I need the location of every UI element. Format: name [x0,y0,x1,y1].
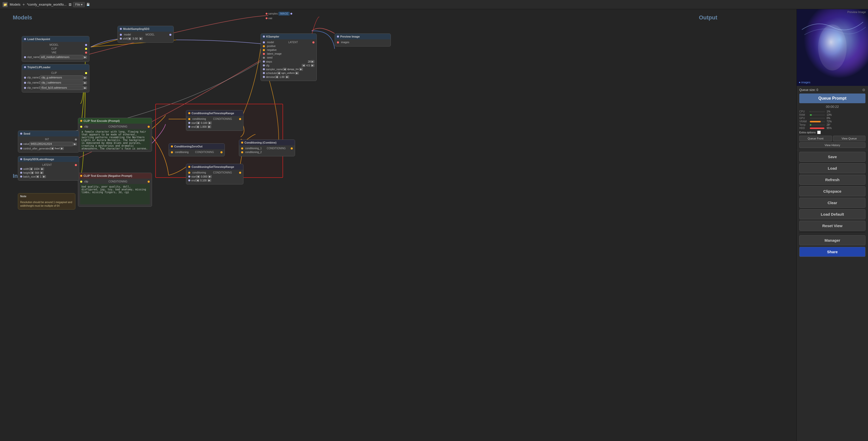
new-tab-button[interactable]: + [23,2,25,7]
queue-section: Queue size: 0 ⚙ Queue Prompt 00:00:22 CP… [797,86,868,150]
queue-prompt-button[interactable]: Queue Prompt [799,93,865,103]
cpu-bar [810,111,825,112]
seed-title: Seed [24,132,30,135]
preview-image-title: Preview Image [340,35,360,38]
ckpt-name-input[interactable] [40,55,83,59]
temp-stat: Temp 28° [799,123,865,126]
right-buttons: Save Load Refresh Clipspace Clear Load D… [797,150,868,258]
triple-clip-title: TripleCLIPLoader [27,66,51,69]
images-link[interactable]: ● images [799,81,810,84]
height-value: 568 [34,171,40,174]
model-output-label: MODEL [50,43,59,46]
refresh-button[interactable]: Refresh [799,175,865,185]
clip-text-positive-node: CLIP Text Encode (Prompt) clip CONDITION… [78,118,152,152]
ksampler-title: KSampler [266,35,279,38]
load-default-button[interactable]: Load Default [799,209,865,219]
models-area-label: Models [13,14,32,21]
seed-value-input[interactable] [29,142,73,146]
folder-icon[interactable]: 📁 [3,2,8,7]
reset-view-button[interactable]: Reset View [799,221,865,231]
vram-bar-fill [810,121,821,122]
empty-sd3-node: EmptySD3LatentImage LATENT width ◀ 1024 … [18,156,79,181]
clip-text-negative-node: CLIP Text Encode (Negative Prompt) clip … [78,173,152,207]
save-icon[interactable]: 💾 [86,3,90,6]
gear-icon[interactable]: ⚙ [862,88,865,92]
width-value: 1024 [33,168,40,170]
load-button[interactable]: Load [799,163,865,173]
triple-clip-node: TripleCLIPLoader CLIP clip_name1 ▶ clip_… [22,64,89,92]
shift-value: 3.00 [131,37,139,40]
clip-name3-input[interactable] [40,86,83,90]
top-ports: samples IMAGE [266,12,292,16]
view-queue-button[interactable]: View Queue [833,136,866,141]
conditioning-combine-title: Conditioning (Combine) [244,141,276,144]
wires-svg [0,9,797,441]
model-sampling-title: ModelSamplingSD3 [123,27,149,30]
model-sampling-node: ModelSamplingSD3 model MODEL shift ◀ 3.0… [118,26,174,43]
clip-name2-input[interactable] [40,81,83,85]
manager-button[interactable]: Manager [799,235,865,245]
save-button[interactable]: Save [799,152,865,162]
vram-value: 72% [827,120,832,123]
load-checkpoint-node: Load Checkpoint MODEL CLIP VAE ckpt_nam [22,36,89,62]
extra-options-row: Extra options [799,130,865,134]
conditioning-range2-node: ConditioningSetTimestepRange conditionin… [186,164,243,184]
load-checkpoint-title: Load Checkpoint [27,37,50,40]
view-history-button[interactable]: View History [799,142,865,148]
note-title: Note [20,195,26,198]
extra-options-checkbox[interactable] [817,130,821,134]
canvas-area[interactable]: Models Input Output [0,9,797,441]
cpu-bar-fill [810,111,810,112]
clip-text-positive-input[interactable]: a female character with long, flowing ha… [80,129,150,149]
conditioning-zero-title: ConditioningZeroOut [174,145,203,148]
note-text: Resolution should be around 1 megapixel … [20,201,72,207]
cpu-value: 1% [827,110,830,113]
share-button[interactable]: Share [799,247,865,257]
conditioning-range1-node: ConditioningSetTimestepRange conditionin… [186,110,243,131]
file-menu-button[interactable]: File ▾ [73,2,85,7]
hdd-bar [810,127,825,129]
hdd-value: 95% [827,127,832,129]
timer-display: 00:00:22 [799,105,865,109]
ksampler-node: KSampler model LATENT positive negative [260,33,317,81]
shift-left-btn[interactable]: ◀ [127,37,131,40]
temp-bar [810,124,825,126]
conditioning-range2-title: ConditioningSetTimestepRange [192,165,234,168]
note-node: Note Resolution should be around 1 megap… [18,193,75,209]
clear-button[interactable]: Clear [799,198,865,208]
ram-bar-fill [810,114,812,116]
workflow-title: *comfy_example_workflo... [27,3,66,6]
clip-text-negative-title: CLIP Text Encode (Negative Prompt) [84,174,132,177]
conditioning-range1-title: ConditioningSetTimestepRange [192,112,234,115]
clip-output-label: CLIP [51,47,57,50]
preview-image-svg [797,9,868,86]
ram-stat: RAM 13% [799,113,865,116]
empty-sd3-title: EmptySD3LatentImage [24,158,54,161]
clipspace-button[interactable]: Clipspace [799,186,865,196]
temp-value: 28° [827,123,831,126]
queue-front-button[interactable]: Queue Front [799,136,832,141]
gpu-value: 0% [827,117,830,120]
preview-image-display: Preview Image ● images [797,9,868,86]
right-panel: Preview Image ● images Queue size: 0 ⚙ Q… [797,9,868,441]
conditioning-combine-node: Conditioning (Combine) conditioning_1 CO… [239,140,295,156]
ckpt-name-label: ckpt_name [27,56,40,59]
clip-text-positive-title: CLIP Text Encode (Prompt) [84,119,120,122]
temp-bar-fill [810,124,811,126]
preview-title: Preview Image [847,10,866,13]
svg-point-2 [818,25,847,70]
hdd-bar-fill [810,127,824,129]
ram-bar [810,114,825,116]
vram-bar [810,121,825,122]
output-area-label: Output [699,14,717,21]
conditioning-zero-node: ConditioningZeroOut conditioning CONDITI… [168,143,225,156]
vae-output-label: VAE [52,51,57,54]
cpu-stat: CPU 1% [799,110,865,113]
ckpt-name-btn[interactable]: ▶ [83,56,87,59]
clip-name1-input[interactable] [40,76,83,80]
shift-right-btn[interactable]: ▶ [139,37,143,40]
clip-text-negative-input[interactable]: bad quality, poor quality, doll, disfigu… [80,184,150,204]
gpu-stat: GPU 0% [799,117,865,120]
vae-top: vae [266,17,272,20]
hdd-stat: HDD 95% [799,127,865,129]
